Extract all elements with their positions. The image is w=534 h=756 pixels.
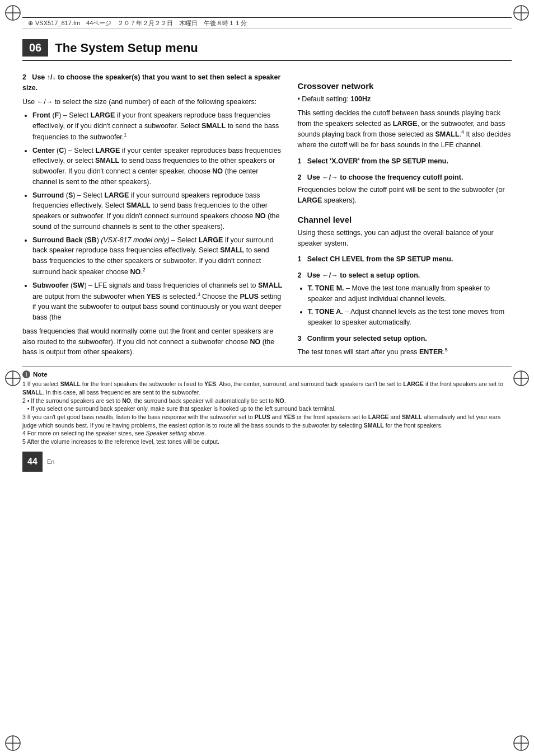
crossover-step2: 2 Use ←/→ to choose the frequency cutoff… bbox=[298, 172, 512, 183]
list-item: T. TONE A. – Adjust channel levels as th… bbox=[308, 307, 512, 328]
reg-mark-bl bbox=[4, 735, 21, 752]
crossover-default: • Default setting: 100Hz bbox=[298, 94, 512, 105]
lang-label: En bbox=[47, 458, 54, 465]
crossover-step1: 1 Select 'X.OVER' from the SP SETUP menu… bbox=[298, 156, 512, 167]
right-column: Crossover network • Default setting: 100… bbox=[298, 72, 512, 361]
list-item: Subwoofer (SW) – LFE signals and bass fr… bbox=[32, 280, 284, 323]
topbar-arrow: ⊕ bbox=[28, 20, 33, 27]
reg-mark-br bbox=[513, 735, 530, 752]
note-icon: i bbox=[22, 370, 30, 378]
channel-step3-detail: The test tones will start after you pres… bbox=[298, 346, 512, 358]
reg-mark-mr bbox=[513, 370, 530, 387]
reg-mark-ml bbox=[4, 370, 21, 387]
topbar-text: VSX517_817.fm 44ページ ２０７年２月２２日 木曜日 午後８時１１… bbox=[35, 19, 247, 27]
channel-intro: Using these settings, you can adjust the… bbox=[298, 228, 512, 249]
footer: 44 En bbox=[22, 452, 512, 472]
top-bar: ⊕ VSX517_817.fm 44ページ ２０７年２月２２日 木曜日 午後８時… bbox=[22, 17, 512, 29]
channel-step3: 3 Confirm your selected setup option. bbox=[298, 334, 512, 344]
channel-options-list: T. TONE M. – Move the test tone manually… bbox=[308, 283, 512, 328]
left-column: 2 Use ↑/↓ to choose the speaker(s) that … bbox=[22, 72, 284, 361]
chapter-header: 06 The System Setup menu bbox=[22, 39, 512, 61]
list-item: Surround Back (SB) (VSX-817 model only) … bbox=[32, 235, 284, 278]
crossover-step2-detail: Frequencies below the cutoff point will … bbox=[298, 185, 512, 206]
note-text: 1 If you select SMALL for the front spea… bbox=[22, 380, 512, 446]
reg-mark-tl bbox=[4, 4, 21, 21]
step2-intro: Use ←/→ to select the size (and number) … bbox=[22, 97, 284, 107]
crossover-title: Crossover network bbox=[298, 81, 512, 91]
speaker-list: Front (F) – Select LARGE if your front s… bbox=[32, 110, 284, 323]
list-item: Surround (S) – Select LARGE if your surr… bbox=[32, 190, 284, 232]
subwoofer-continuation: bass frequencies that would normally com… bbox=[22, 326, 284, 358]
chapter-number: 06 bbox=[22, 39, 48, 57]
channel-title: Channel level bbox=[298, 215, 512, 224]
chapter-title: The System Setup menu bbox=[55, 39, 198, 57]
note-section: i Note 1 If you select SMALL for the fro… bbox=[22, 367, 512, 446]
channel-step2: 2 Use ←/→ to select a setup option. bbox=[298, 270, 512, 281]
content-area: 2 Use ↑/↓ to choose the speaker(s) that … bbox=[22, 72, 512, 361]
list-item: T. TONE M. – Move the test tone manually… bbox=[308, 283, 512, 304]
note-label: Note bbox=[33, 371, 48, 378]
list-item: Center (C) – Select LARGE if your center… bbox=[32, 145, 284, 187]
step2-heading: 2 Use ↑/↓ to choose the speaker(s) that … bbox=[22, 72, 284, 93]
channel-step1: 1 Select CH LEVEL from the SP SETUP menu… bbox=[298, 254, 512, 265]
reg-mark-tr bbox=[513, 4, 530, 21]
note-header: i Note bbox=[22, 370, 512, 378]
crossover-text1: This setting decides the cutoff between … bbox=[298, 108, 512, 151]
page-number: 44 bbox=[22, 452, 43, 472]
list-item: Front (F) – Select LARGE if your front s… bbox=[32, 110, 284, 142]
